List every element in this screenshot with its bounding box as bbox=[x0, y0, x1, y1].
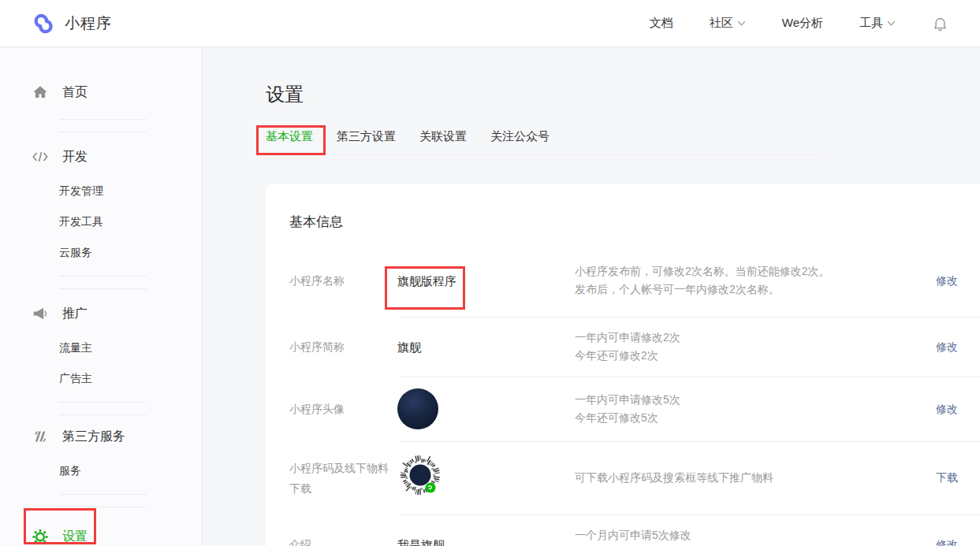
modify-short-name-link[interactable]: 修改 bbox=[936, 340, 958, 353]
row-description: 一年内可申请修改5次 今年还可修改5次 bbox=[575, 391, 911, 427]
description-line: 一年内可申请修改5次 bbox=[575, 391, 911, 409]
description-line: 小程序发布前，可修改2次名称。当前还能修改2次。 bbox=[575, 262, 911, 280]
modify-name-link[interactable]: 修改 bbox=[936, 274, 958, 287]
nav-label: We分析 bbox=[782, 16, 823, 31]
row-mini-program-avatar: 小程序头像 一年内可申请修改5次 今年还可修改5次 修改 bbox=[289, 377, 958, 441]
sidebar-item-traffic-monetization[interactable]: 流量主 bbox=[0, 340, 202, 355]
panel-title: 基本信息 bbox=[289, 213, 958, 232]
tab-third-party-settings[interactable]: 第三方设置 bbox=[337, 129, 396, 154]
sidebar-item-develop-manage[interactable]: 开发管理 bbox=[0, 184, 202, 198]
introduction-value: 我是旗舰 bbox=[397, 537, 575, 546]
chevron-down-icon bbox=[887, 20, 896, 26]
third-party-icon bbox=[32, 428, 49, 445]
nav-item-tools[interactable]: 工具 bbox=[859, 16, 896, 31]
mini-program-short-name-value: 旗舰 bbox=[397, 339, 575, 355]
sidebar-item-label: 开发 bbox=[62, 147, 88, 167]
sidebar-item-label: 第三方服务 bbox=[62, 426, 125, 447]
nav-label: 社区 bbox=[710, 16, 733, 31]
code-icon bbox=[32, 148, 49, 165]
sidebar-item-third-party-service[interactable]: 第三方服务 bbox=[0, 426, 202, 447]
modify-introduction-link[interactable]: 修改 bbox=[936, 538, 958, 546]
sidebar-item-promotion[interactable]: 推广 bbox=[0, 303, 202, 324]
nav-item-docs[interactable]: 文档 bbox=[650, 16, 673, 31]
sidebar-item-home[interactable]: 首页 bbox=[0, 82, 202, 102]
row-label: 小程序名称 bbox=[289, 270, 397, 291]
row-label: 介绍 bbox=[289, 534, 397, 546]
row-description: 一个月内可申请5次修改 本月还可修改5次 bbox=[575, 526, 911, 546]
sidebar-item-develop-tools[interactable]: 开发工具 bbox=[0, 214, 202, 228]
row-mini-program-name: 小程序名称 旗舰版程序 小程序发布前，可修改2次名称。当前还能修改2次。 发布后… bbox=[289, 244, 958, 317]
description-line: 一年内可申请修改2次 bbox=[575, 329, 911, 347]
description-line: 可下载小程序码及搜索框等线下推广物料 bbox=[575, 469, 911, 487]
row-label: 小程序头像 bbox=[289, 399, 397, 419]
brand-title: 小程序 bbox=[65, 13, 112, 34]
row-label: 小程序码及线下物料下载 bbox=[289, 458, 397, 499]
row-description: 一年内可申请修改2次 今年还可修改2次 bbox=[575, 329, 911, 365]
description-line: 今年还可修改2次 bbox=[575, 347, 911, 365]
mini-program-logo-icon bbox=[32, 12, 55, 35]
sidebar-item-develop[interactable]: 开发 bbox=[0, 147, 202, 167]
sidebar-divider bbox=[59, 494, 147, 507]
mini-program-code-image bbox=[397, 453, 443, 499]
sidebar: 首页 开发 开发管理 开发工具 云服务 推广 bbox=[0, 47, 203, 546]
info-rows: 小程序名称 旗舰版程序 小程序发布前，可修改2次名称。当前还能修改2次。 发布后… bbox=[289, 244, 958, 546]
notification-bell-icon[interactable] bbox=[932, 15, 948, 32]
page-title: 设置 bbox=[266, 82, 980, 107]
nav-label: 工具 bbox=[859, 16, 883, 31]
brand[interactable]: 小程序 bbox=[32, 12, 112, 35]
description-line: 今年还可修改5次 bbox=[575, 409, 911, 427]
sidebar-item-advertiser[interactable]: 广告主 bbox=[0, 371, 202, 385]
sidebar-divider bbox=[59, 402, 147, 415]
nav-item-we-analytics[interactable]: We分析 bbox=[782, 16, 823, 31]
row-label: 小程序简称 bbox=[289, 336, 397, 357]
row-mini-program-short-name: 小程序简称 旗舰 一年内可申请修改2次 今年还可修改2次 修改 bbox=[289, 317, 958, 377]
row-description: 可下载小程序码及搜索框等线下推广物料 bbox=[575, 469, 911, 487]
nav-label: 文档 bbox=[650, 16, 673, 31]
mini-program-avatar-image bbox=[397, 388, 438, 429]
description-line: 一个月内可申请5次修改 bbox=[575, 526, 911, 544]
nav-item-community[interactable]: 社区 bbox=[710, 16, 746, 31]
modify-avatar-link[interactable]: 修改 bbox=[936, 403, 958, 415]
tab-basic-settings[interactable]: 基本设置 bbox=[266, 129, 313, 155]
gear-icon bbox=[32, 528, 49, 545]
sidebar-divider bbox=[59, 119, 147, 132]
settings-tab-bar: 基本设置 第三方设置 关联设置 关注公众号 bbox=[266, 129, 818, 155]
row-description: 小程序发布前，可修改2次名称。当前还能修改2次。 发布后，个人帐号可一年内修改2… bbox=[575, 262, 911, 299]
sidebar-item-settings[interactable]: 设置 bbox=[0, 526, 202, 546]
main-content: 设置 基本设置 第三方设置 关联设置 关注公众号 基本信息 小程序名称 旗舰版程… bbox=[203, 47, 980, 546]
sidebar-item-label: 推广 bbox=[62, 303, 88, 324]
row-mini-program-code: 小程序码及线下物料下载 可下载小程序码及搜索框等线下推广物料 bbox=[289, 441, 958, 514]
top-nav: 文档 社区 We分析 工具 bbox=[650, 15, 948, 32]
description-line: 发布后，个人帐号可一年内修改2次名称。 bbox=[575, 280, 911, 299]
sidebar-item-service[interactable]: 服务 bbox=[0, 463, 202, 477]
sidebar-item-cloud-service[interactable]: 云服务 bbox=[0, 245, 202, 259]
sidebar-item-label: 设置 bbox=[62, 526, 88, 546]
home-icon bbox=[32, 84, 49, 101]
top-header: 小程序 文档 社区 We分析 工具 bbox=[0, 0, 980, 47]
megaphone-icon bbox=[32, 305, 49, 322]
tab-follow-official-account[interactable]: 关注公众号 bbox=[490, 129, 550, 154]
row-introduction: 介绍 我是旗舰 一个月内可申请5次修改 本月还可修改5次 修改 bbox=[289, 514, 958, 546]
mini-program-name-value: 旗舰版程序 bbox=[397, 273, 575, 289]
tab-association-settings[interactable]: 关联设置 bbox=[419, 129, 467, 154]
sidebar-divider bbox=[59, 276, 147, 289]
sidebar-item-label: 首页 bbox=[62, 82, 88, 102]
basic-info-panel: 基本信息 小程序名称 旗舰版程序 小程序发布前，可修改2次名称。当前还能修改2次… bbox=[266, 184, 980, 546]
chevron-down-icon bbox=[737, 20, 746, 26]
download-code-link[interactable]: 下载 bbox=[936, 471, 958, 484]
